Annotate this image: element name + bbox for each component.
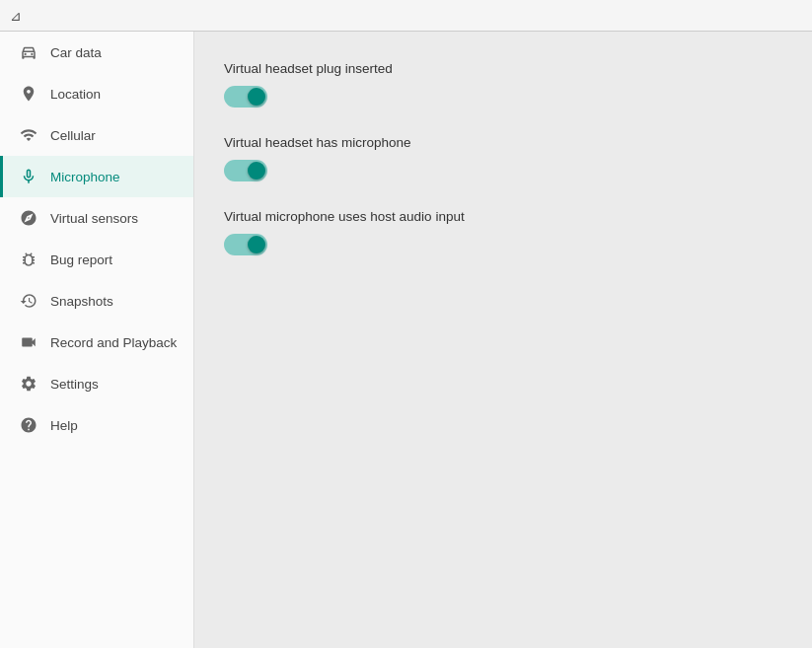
sidebar-item-label: Virtual sensors [50,211,138,226]
sidebar-item-settings[interactable]: Settings [0,363,193,404]
toggle-thumb [248,162,265,180]
sidebar-item-record-playback[interactable]: Record and Playback [0,322,193,363]
sidebar-item-label: Settings [50,377,99,392]
sidebar-item-virtual-sensors[interactable]: Virtual sensors [0,197,193,239]
car-icon [19,42,38,62]
pin-button[interactable]: ⊿ [10,8,22,24]
toggle-switch-headset-plug[interactable] [224,86,267,108]
sidebar-item-label: Microphone [50,170,120,184]
sensors-icon [19,208,38,228]
toggle-label-headset-mic: Virtual headset has microphone [224,135,782,150]
pin-icon [19,84,38,104]
toggle-row-headset-plug: Virtual headset plug inserted [224,61,782,108]
sidebar-item-snapshots[interactable]: Snapshots [0,280,193,322]
gear-icon [19,374,38,394]
toggle-thumb [248,236,265,253]
content-area: Virtual headset plug insertedVirtual hea… [194,32,812,648]
sidebar-item-cellular[interactable]: Cellular [0,114,193,156]
history-icon [19,291,38,311]
toggle-switch-headset-mic[interactable] [224,160,267,181]
sidebar-item-microphone[interactable]: Microphone [0,156,193,197]
toggle-thumb [248,88,265,106]
sidebar-item-location[interactable]: Location [0,73,193,114]
sidebar: Car dataLocationCellularMicrophoneVirtua… [0,32,194,648]
svg-point-1 [31,53,33,55]
mic-icon [19,167,38,186]
sidebar-item-label: Cellular [50,128,96,143]
sidebar-item-help[interactable]: Help [0,404,193,446]
sidebar-item-label: Help [50,418,78,433]
video-icon [19,332,38,352]
toggle-row-headset-mic: Virtual headset has microphone [224,135,782,181]
main-area: Car dataLocationCellularMicrophoneVirtua… [0,32,812,648]
help-icon [19,415,38,435]
toggle-switch-host-audio[interactable] [224,234,267,255]
signal-icon [19,125,38,145]
sidebar-item-label: Snapshots [50,294,113,309]
sidebar-item-label: Bug report [50,252,112,267]
bug-icon [19,250,38,269]
sidebar-item-label: Record and Playback [50,335,177,350]
titlebar: ⊿ [0,0,812,32]
sidebar-item-label: Car data [50,45,102,60]
sidebar-item-bug-report[interactable]: Bug report [0,239,193,280]
toggle-label-host-audio: Virtual microphone uses host audio input [224,209,782,224]
toggle-label-headset-plug: Virtual headset plug inserted [224,61,782,76]
svg-point-0 [25,53,27,55]
sidebar-item-label: Location [50,87,101,102]
sidebar-item-car-data[interactable]: Car data [0,32,193,73]
toggle-row-host-audio: Virtual microphone uses host audio input [224,209,782,255]
